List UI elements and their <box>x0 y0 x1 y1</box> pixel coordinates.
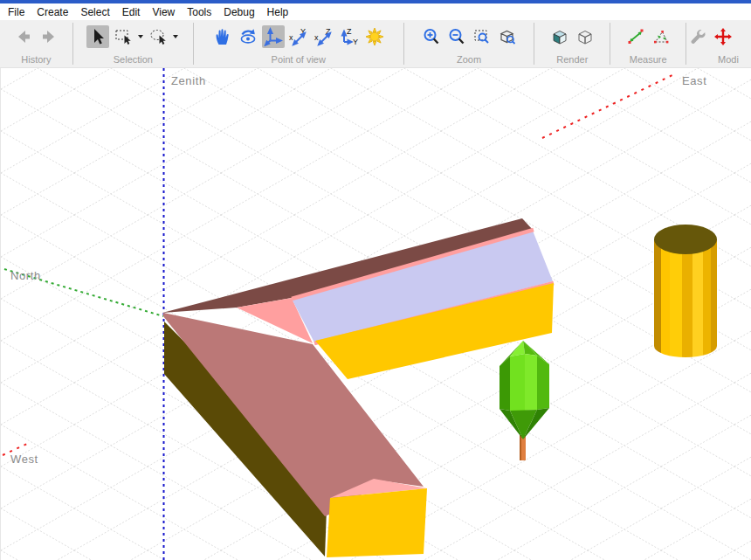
move-cross-icon <box>713 27 733 46</box>
measure-distance-icon <box>626 27 645 46</box>
history-back-button[interactable] <box>12 25 35 48</box>
toolbar-group-modify: Modi <box>686 20 751 67</box>
rectangle-select-dropdown-icon[interactable] <box>138 35 143 38</box>
modify-wrench-button[interactable] <box>686 25 709 48</box>
cylinder-facet[interactable] <box>654 239 661 362</box>
orbit-eye-icon <box>238 27 258 46</box>
viewport-3d[interactable]: Zenith East North West <box>0 68 751 560</box>
pov-xy-plane-button[interactable]: x Y <box>287 25 310 48</box>
tree-crown-facet[interactable] <box>510 354 525 411</box>
west-axis-label: West <box>10 453 38 466</box>
axes-xz-icon: x Z <box>313 27 334 46</box>
pov-xz-plane-button[interactable]: x Z <box>313 25 335 48</box>
cylinder-facet[interactable] <box>711 239 717 362</box>
menu-help[interactable]: Help <box>261 5 295 19</box>
orbit-view-button[interactable] <box>237 25 259 48</box>
sun-position-button[interactable] <box>363 25 386 48</box>
menu-create[interactable]: Create <box>31 5 74 19</box>
forward-arrow-icon <box>39 27 59 46</box>
zoom-window-button[interactable] <box>471 25 493 48</box>
menu-view[interactable]: View <box>146 5 181 19</box>
zoom-in-icon <box>422 27 441 46</box>
menu-edit[interactable]: Edit <box>116 5 147 19</box>
toolbar-group-selection: Selection <box>73 20 193 67</box>
render-solid-button[interactable] <box>548 25 571 48</box>
axes-zy-icon: Z Y <box>339 27 360 46</box>
house-gable-wall[interactable] <box>327 488 427 557</box>
cylinder-facet[interactable] <box>670 239 682 362</box>
group-label-measure: Measure <box>630 53 667 66</box>
menu-tools[interactable]: Tools <box>181 5 217 19</box>
toolbar-group-history: History <box>0 20 72 67</box>
zoom-out-button[interactable] <box>445 25 468 48</box>
wireframe-cube-icon <box>575 27 595 46</box>
modify-move-button[interactable] <box>712 25 734 48</box>
lasso-select-button[interactable] <box>147 25 169 48</box>
group-label-render: Render <box>556 53 588 66</box>
zoom-out-icon <box>447 27 466 46</box>
tree-trunk-shade <box>520 435 521 460</box>
rectangle-select-icon <box>114 27 133 46</box>
zoom-extents-icon <box>498 27 517 46</box>
cylinder-facet[interactable] <box>661 239 670 362</box>
cylinder-facet[interactable] <box>682 239 692 362</box>
east-axis-label: East <box>682 74 706 87</box>
menu-select[interactable]: Select <box>74 5 115 19</box>
toolbar-group-measure: Measure <box>610 20 686 67</box>
group-label-modify: Modi <box>686 53 739 66</box>
hand-icon <box>213 27 232 46</box>
pov-axes-button[interactable] <box>262 25 285 48</box>
measure-angle-icon <box>651 27 671 46</box>
zoom-in-button[interactable] <box>420 25 443 48</box>
svg-text:x: x <box>314 33 319 42</box>
toolbar-group-render: Render <box>534 20 610 67</box>
tree-crown-facet[interactable] <box>525 354 537 411</box>
history-forward-button[interactable] <box>38 25 60 48</box>
menu-file[interactable]: File <box>2 5 31 19</box>
svg-text:x: x <box>289 33 293 42</box>
measure-angle-button[interactable] <box>650 25 672 48</box>
cylinder-object[interactable] <box>654 225 717 362</box>
group-label-history: History <box>21 53 51 66</box>
svg-text:Y: Y <box>353 38 358 46</box>
render-wireframe-button[interactable] <box>574 25 596 48</box>
cursor-icon <box>88 27 107 46</box>
pan-hand-button[interactable] <box>211 25 234 48</box>
tree-crown-facet[interactable] <box>537 356 549 410</box>
application-window: File Create Select Edit View Tools Debug… <box>0 0 751 560</box>
wrench-icon <box>688 27 707 46</box>
group-label-zoom: Zoom <box>457 53 481 66</box>
cylinder-facet[interactable] <box>692 239 703 362</box>
axes-xy-icon: x Y <box>288 27 309 46</box>
menu-debug[interactable]: Debug <box>217 5 260 19</box>
group-label-point-of-view: Point of view <box>272 53 326 66</box>
sun-icon <box>365 27 384 46</box>
lasso-select-dropdown-icon[interactable] <box>173 35 178 38</box>
toolbar-group-point-of-view: x Y x Z <box>194 20 403 67</box>
menu-bar: File Create Select Edit View Tools Debug… <box>0 3 751 20</box>
zoom-window-icon <box>472 27 492 46</box>
pov-zy-plane-button[interactable]: Z Y <box>338 25 361 48</box>
lasso-select-icon <box>148 27 168 46</box>
rectangle-select-button[interactable] <box>112 25 134 48</box>
back-arrow-icon <box>14 27 33 46</box>
cylinder-facet[interactable] <box>703 239 711 362</box>
scene-canvas <box>1 68 751 560</box>
toolbar: History <box>0 20 751 68</box>
north-axis-label: North <box>10 269 41 282</box>
cylinder-top-face[interactable] <box>654 225 717 254</box>
measure-distance-button[interactable] <box>624 25 647 48</box>
solid-cube-icon <box>550 27 569 46</box>
svg-text:Z: Z <box>347 27 352 36</box>
selection-arrow-button[interactable] <box>86 25 109 48</box>
group-label-selection: Selection <box>114 53 153 66</box>
zenith-axis-label: Zenith <box>171 74 206 87</box>
axes-3d-icon <box>264 27 283 46</box>
toolbar-group-zoom: Zoom <box>404 20 534 67</box>
zoom-extents-button[interactable] <box>496 25 519 48</box>
